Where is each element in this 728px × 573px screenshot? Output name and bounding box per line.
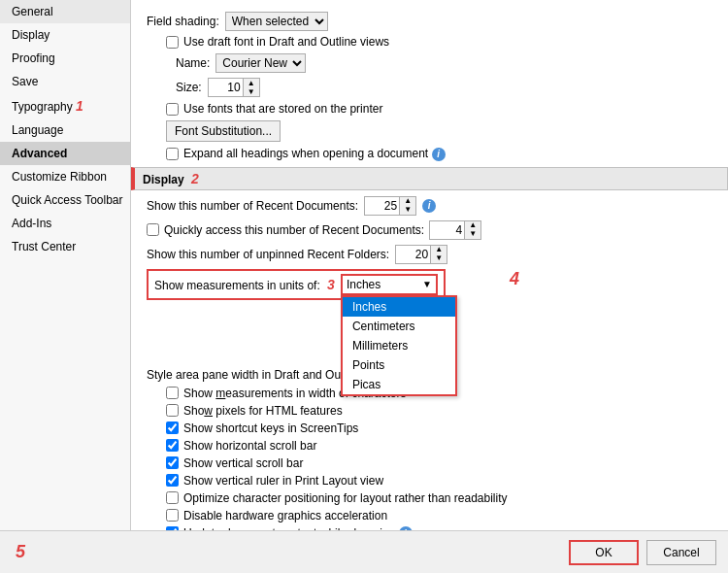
optimize-char-label: Optimize character positioning for layou… [183,491,508,505]
show-pixels-row: Show pixels for HTML features [147,404,712,418]
sidebar-item-trust-center[interactable]: Trust Center [0,235,130,258]
measurements-selected-value: Inches [347,278,381,291]
font-substitution-button[interactable]: Font Substitution... [166,120,281,142]
sidebar-item-display[interactable]: Display [0,23,130,47]
unpinned-folders-spinner: ▲ ▼ [395,245,447,264]
quickly-access-label: Quickly access this number of Recent Doc… [164,223,424,237]
dropdown-arrow-icon: ▼ [422,279,432,289]
unpinned-folders-input[interactable] [396,246,430,263]
size-down-button[interactable]: ▼ [244,87,259,96]
vert-ruler-row: Show vertical ruler in Print Layout view [147,474,712,488]
sidebar-item-typography[interactable]: Typography 1 [0,93,130,118]
main-content: Field shading: When selected Always Neve… [131,0,728,530]
ok-button[interactable]: OK [569,540,639,565]
quickly-access-spinner: ▲ ▼ [429,220,481,240]
annotation-4: 4 [510,269,519,289]
font-sub-row: Font Substitution... [147,120,712,142]
recent-docs-row: Show this number of Recent Documents: ▲ … [147,196,712,216]
show-measurements-chars-checkbox[interactable] [166,387,179,399]
dropdown-item-inches[interactable]: Inches [343,297,455,317]
vert-scroll-row: Show vertical scroll bar [147,456,712,470]
draft-font-checkbox[interactable] [166,36,179,49]
size-label: Size: [176,81,202,94]
unpinned-down[interactable]: ▼ [431,254,447,263]
word-options-dialog: General 1 Display Proofing Save Typograp… [0,0,728,573]
stored-fonts-label: Use fonts that are stored on the printer [183,102,382,116]
sidebar-item-advanced[interactable]: Advanced [0,142,130,165]
draft-font-label: Use draft font in Draft and Outline view… [183,35,389,49]
recent-docs-down[interactable]: ▼ [400,206,415,215]
show-pixels-label: Show pixels for HTML features [183,404,343,418]
horiz-scroll-row: Show horizontal scroll bar [147,439,712,453]
sidebar-item-addins[interactable]: Add-Ins [0,212,130,235]
recent-docs-input[interactable] [365,197,399,215]
sidebar: General 1 Display Proofing Save Typograp… [0,0,131,530]
dropdown-item-centimeters[interactable]: Centimeters [343,317,455,336]
unpinned-folders-row: Show this number of unpinned Recent Fold… [147,245,712,264]
measurements-container: Show measurements in units of: 3 Inches … [147,269,712,300]
sidebar-item-save[interactable]: Save [0,70,130,93]
bottom-bar: 5 OK Cancel [0,530,728,573]
horiz-scroll-checkbox[interactable] [166,439,179,452]
vert-ruler-label: Show vertical ruler in Print Layout view [183,474,383,488]
measurements-row: Show measurements in units of: 3 Inches … [147,269,446,300]
font-name-select[interactable]: Courier New [215,53,306,73]
recent-docs-spinner: ▲ ▼ [364,196,416,216]
vert-scroll-label: Show vertical scroll bar [183,456,303,470]
disable-hardware-label: Disable hardware graphics acceleration [183,509,387,522]
shortcut-keys-label: Show shortcut keys in ScreenTips [183,421,358,435]
draft-font-row: Use draft font in Draft and Outline view… [147,35,712,49]
size-input[interactable] [209,79,243,96]
dialog-body: General 1 Display Proofing Save Typograp… [0,0,728,530]
vert-ruler-checkbox[interactable] [166,474,179,487]
dropdown-item-picas[interactable]: Picas [343,375,455,394]
shortcut-keys-checkbox[interactable] [166,421,179,434]
expand-headings-info-icon[interactable]: i [432,148,446,161]
size-up-button[interactable]: ▲ [244,79,259,87]
sidebar-item-proofing[interactable]: Proofing [0,47,130,70]
quickly-access-row: Quickly access this number of Recent Doc… [147,220,712,240]
sidebar-item-quick-access[interactable]: Quick Access Toolbar [0,188,130,212]
horiz-scroll-label: Show horizontal scroll bar [183,439,316,453]
dropdown-item-points[interactable]: Points [343,355,455,375]
sidebar-item-customize-ribbon[interactable]: Customize Ribbon [0,165,130,188]
measurements-dropdown-popup: Inches Centimeters Millimeters Points Pi… [341,295,457,396]
name-row: Name: Courier New [147,53,712,73]
shortcut-keys-row: Show shortcut keys in ScreenTips [147,421,712,435]
recent-docs-info-icon[interactable]: i [422,199,436,213]
recent-docs-label: Show this number of Recent Documents: [147,199,358,213]
annotation-2: 2 [191,171,199,186]
quickly-access-down[interactable]: ▼ [465,230,480,239]
disable-hardware-checkbox[interactable] [166,509,179,522]
size-spinner: ▲ ▼ [208,78,260,97]
cancel-button[interactable]: Cancel [646,540,716,565]
optimize-char-checkbox[interactable] [166,491,179,504]
expand-headings-checkbox[interactable] [166,148,179,160]
field-shading-label: Field shading: [147,15,219,28]
show-pixels-checkbox[interactable] [166,404,179,417]
name-label: Name: [176,56,210,70]
disable-hardware-row: Disable hardware graphics acceleration [147,509,712,522]
size-row: Size: ▲ ▼ [147,78,712,97]
sidebar-item-general[interactable]: General 1 [0,0,130,23]
vert-scroll-checkbox[interactable] [166,456,179,469]
field-shading-row: Field shading: When selected Always Neve… [147,12,712,31]
quickly-access-input[interactable] [430,221,464,239]
dropdown-item-millimeters[interactable]: Millimeters [343,336,455,355]
annotation-5: 5 [16,542,25,562]
sidebar-item-language[interactable]: Language [0,118,130,142]
optimize-char-row: Optimize character positioning for layou… [147,491,712,505]
expand-headings-label: Expand all headings when opening a docum… [183,147,446,161]
measurements-dropdown-trigger[interactable]: Inches ▼ [341,274,438,295]
expand-headings-row: Expand all headings when opening a docum… [147,147,712,161]
field-shading-select[interactable]: When selected Always Never [225,12,328,31]
annotation-3: 3 [327,277,335,292]
stored-fonts-checkbox[interactable] [166,103,179,116]
stored-fonts-row: Use fonts that are stored on the printer [147,102,712,116]
quickly-access-checkbox[interactable] [147,223,159,236]
display-section-header: Display 2 [131,167,728,190]
unpinned-folders-label: Show this number of unpinned Recent Fold… [147,248,389,261]
measurements-dropdown-area: Inches ▼ Inches Centimeters Millimeters … [341,274,438,295]
measurements-label: Show measurements in units of: 3 [154,277,335,292]
